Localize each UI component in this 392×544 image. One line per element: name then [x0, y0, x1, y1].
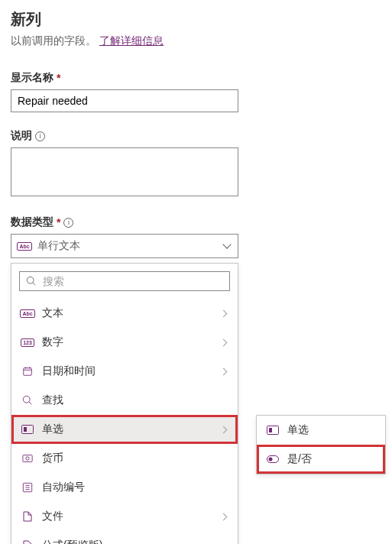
option-currency-label: 货币 — [42, 452, 63, 465]
text-icon: Abc — [21, 308, 34, 319]
option-text-label: 文本 — [42, 306, 63, 320]
info-icon[interactable]: i — [35, 131, 45, 141]
data-type-selected: 单行文本 — [37, 239, 80, 253]
data-type-dropdown: Abc 文本 123 数字 日期和时间 — [11, 263, 238, 544]
toggle-icon — [266, 454, 280, 465]
data-type-label-text: 数据类型 — [11, 215, 53, 229]
display-name-label-text: 显示名称 — [11, 71, 53, 85]
option-number-label: 数字 — [42, 335, 63, 349]
calendar-icon — [21, 366, 34, 377]
choice-icon — [266, 425, 280, 436]
svg-rect-14 — [23, 455, 32, 462]
option-autonumber[interactable]: 自动编号 — [11, 473, 238, 502]
option-choice[interactable]: 单选 — [11, 415, 238, 444]
display-name-input[interactable] — [11, 89, 238, 112]
autonumber-icon — [21, 482, 34, 493]
chevron-right-icon — [221, 513, 228, 520]
svg-rect-2 — [24, 368, 32, 376]
submenu-choice[interactable]: 单选 — [257, 416, 385, 445]
chevron-right-icon — [221, 426, 228, 433]
option-file-label: 文件 — [42, 510, 63, 523]
submenu-yesno[interactable]: 是/否 — [257, 445, 385, 474]
description-label-text: 说明 — [11, 129, 32, 143]
description-label: 说明 i — [11, 129, 381, 143]
chevron-down-icon — [222, 241, 232, 251]
svg-rect-9 — [24, 427, 27, 432]
info-icon[interactable]: i — [63, 218, 73, 228]
option-autonumber-label: 自动编号 — [42, 481, 85, 494]
choice-submenu: 单选 是/否 — [256, 415, 386, 474]
svg-line-1 — [33, 283, 36, 286]
subtitle-text: 以前调用的字段。 — [11, 34, 96, 47]
submenu-yesno-label: 是/否 — [287, 452, 312, 466]
option-formula-label: 公式(预览版) — [42, 539, 102, 544]
currency-icon — [21, 453, 34, 464]
option-datetime[interactable]: 日期和时间 — [11, 357, 238, 386]
option-choice-label: 单选 — [42, 423, 63, 436]
dropdown-search[interactable] — [19, 271, 230, 291]
chevron-right-icon — [221, 309, 228, 317]
svg-point-15 — [26, 457, 29, 460]
search-input[interactable] — [43, 275, 223, 287]
data-type-label: 数据类型 * i — [11, 215, 381, 229]
option-lookup-label: 查找 — [42, 393, 63, 407]
submenu-choice-label: 单选 — [287, 423, 309, 437]
option-file[interactable]: 文件 — [11, 502, 238, 531]
chevron-right-icon — [221, 338, 228, 346]
search-icon — [21, 395, 34, 406]
svg-rect-11 — [269, 428, 272, 432]
option-number[interactable]: 123 数字 — [11, 328, 238, 357]
formula-icon — [21, 540, 34, 544]
data-type-select[interactable]: Abc 单行文本 — [11, 234, 238, 258]
learn-more-link[interactable]: 了解详细信息 — [99, 34, 164, 47]
svg-point-13 — [269, 458, 273, 461]
page-subtitle: 以前调用的字段。 了解详细信息 — [11, 34, 381, 48]
number-icon: 123 — [21, 337, 34, 348]
option-datetime-label: 日期和时间 — [42, 364, 96, 378]
search-icon — [26, 276, 37, 287]
page-title: 新列 — [11, 9, 381, 30]
text-line-icon: Abc — [18, 241, 31, 251]
svg-line-7 — [29, 402, 32, 405]
option-formula[interactable]: 公式(预览版) — [11, 531, 238, 544]
display-name-label: 显示名称 * — [11, 71, 381, 85]
file-icon — [21, 511, 34, 522]
option-text[interactable]: Abc 文本 — [11, 299, 238, 328]
chevron-right-icon — [221, 368, 228, 375]
option-lookup[interactable]: 查找 — [11, 386, 238, 415]
svg-rect-10 — [267, 426, 279, 435]
svg-rect-8 — [22, 426, 34, 434]
choice-icon — [21, 424, 34, 435]
option-currency[interactable]: 货币 — [11, 444, 238, 473]
required-indicator: * — [57, 72, 60, 84]
description-input[interactable] — [11, 147, 238, 196]
required-indicator: * — [57, 216, 60, 228]
